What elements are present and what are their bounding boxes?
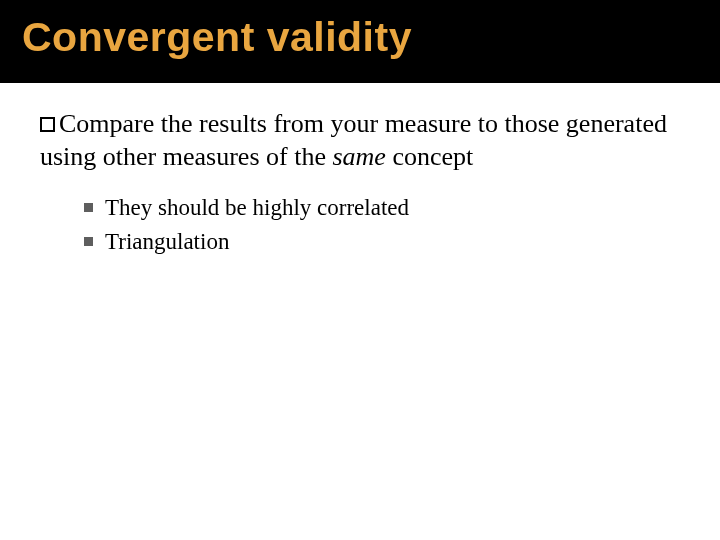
slide-content: Compare the results from your measure to… — [0, 83, 720, 258]
sub-bullet-item: They should be highly correlated — [84, 192, 680, 224]
slide-title: Convergent validity — [0, 0, 720, 83]
filled-square-bullet-icon — [84, 237, 93, 246]
main-text-italic: same — [332, 142, 385, 171]
sub-bullet-item: Triangulation — [84, 226, 680, 258]
main-text-post: concept — [386, 142, 473, 171]
filled-square-bullet-icon — [84, 203, 93, 212]
sub-bullet-text: They should be highly correlated — [105, 192, 409, 224]
sub-bullet-text: Triangulation — [105, 226, 229, 258]
main-bullet-item: Compare the results from your measure to… — [40, 107, 680, 174]
sub-bullet-list: They should be highly correlated Triangu… — [84, 192, 680, 258]
main-text: Compare the results from your measure to… — [40, 109, 667, 171]
square-bullet-icon — [40, 117, 55, 132]
